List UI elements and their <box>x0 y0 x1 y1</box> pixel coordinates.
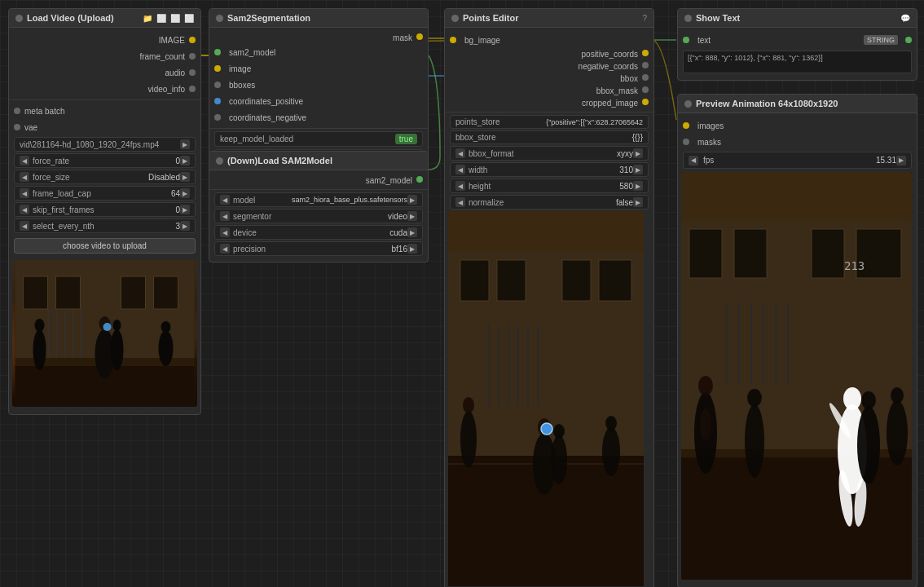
video-field-arrow[interactable]: ▶ <box>180 139 190 149</box>
conn-sam2model-out[interactable] <box>416 176 423 183</box>
preview-anim-body: images masks ◀ fps 15.31 ▶ <box>678 113 917 587</box>
preview-anim-header[interactable]: Preview Animation 64x1080x1920 <box>678 95 917 113</box>
sen-left[interactable]: ◀ <box>20 221 29 231</box>
model-left[interactable]: ◀ <box>220 195 230 205</box>
svg-rect-27 <box>599 260 631 301</box>
flc-left[interactable]: ◀ <box>20 188 29 198</box>
conn-meta-in[interactable] <box>14 108 20 114</box>
dl-sam2-body: sam2_model ◀ model sam2_hiora_base_plus.… <box>209 170 428 262</box>
prec-right[interactable]: ▶ <box>407 244 417 254</box>
load-video-node: Load Video (Upload) 📁 ⬜ ⬜ ⬜ IMAGE frame_… <box>8 8 201 415</box>
conn-IMAGE-out[interactable] <box>189 37 196 43</box>
force-size-left[interactable]: ◀ <box>20 172 29 182</box>
field-vae: vae <box>9 119 200 135</box>
fps-right[interactable]: ▶ <box>896 156 906 166</box>
normalize-field[interactable]: ◀ normalize false ▶ <box>450 195 649 210</box>
points-editor-header[interactable]: Points Editor ? <box>445 9 653 28</box>
svg-point-20 <box>103 323 112 331</box>
port-text-in: text STRING <box>678 32 917 48</box>
choose-video-button[interactable]: choose video to upload <box>14 238 196 254</box>
load-video-header[interactable]: Load Video (Upload) 📁 ⬜ ⬜ ⬜ <box>9 9 200 28</box>
conn-frame-count-out[interactable] <box>189 53 196 60</box>
sam2-seg-title: Sam2Segmentation <box>227 13 421 23</box>
prec-left[interactable]: ◀ <box>220 244 230 254</box>
conn-text-in[interactable] <box>683 37 689 43</box>
conn-coords-neg-in[interactable] <box>214 114 221 121</box>
model-right[interactable]: ▶ <box>407 195 417 205</box>
w-left[interactable]: ◀ <box>455 165 465 174</box>
select-every-nth-field[interactable]: ◀ select_every_nth 3 ▶ <box>14 218 196 233</box>
svg-rect-4 <box>121 276 146 309</box>
show-text-header[interactable]: Show Text 💬 <box>678 9 917 28</box>
conn-masks-in[interactable] <box>683 139 689 145</box>
w-right[interactable]: ▶ <box>633 165 643 174</box>
sff-left[interactable]: ◀ <box>20 205 29 214</box>
force-rate-field[interactable]: ◀ force_rate 0 ▶ <box>14 153 196 168</box>
svg-rect-7 <box>56 309 58 358</box>
conn-bbox-out[interactable] <box>642 74 649 81</box>
points-canvas[interactable] <box>448 211 644 586</box>
force-size-field[interactable]: ◀ force_size Disabled ▶ <box>14 170 196 184</box>
fps-left[interactable]: ◀ <box>689 156 698 166</box>
points-store-field[interactable]: points_store {"positive":[{"x":628.27065… <box>450 115 649 129</box>
bbox-format-field[interactable]: ◀ bbox_format xyxy ▶ <box>450 146 649 161</box>
conn-sam2model-in[interactable] <box>214 49 221 55</box>
conn-neg-coords-out[interactable] <box>642 62 649 68</box>
keep-model-toggle[interactable]: true <box>395 134 417 144</box>
flc-right[interactable]: ▶ <box>180 188 190 198</box>
conn-bboxes-in[interactable] <box>214 82 221 88</box>
seg-left[interactable]: ◀ <box>220 211 230 221</box>
conn-bbox-mask-out[interactable] <box>642 86 649 93</box>
force-rate-left[interactable]: ◀ <box>20 156 29 166</box>
precision-field[interactable]: ◀ precision bf16 ▶ <box>214 241 423 256</box>
conn-text-out[interactable] <box>905 37 912 43</box>
sam2-seg-header[interactable]: Sam2Segmentation <box>209 9 428 28</box>
conn-pos-coords-out[interactable] <box>642 50 649 56</box>
dl-sam2-header[interactable]: (Down)Load SAM2Model <box>209 152 428 170</box>
force-size-right[interactable]: ▶ <box>180 172 190 182</box>
conn-bgimage-in[interactable] <box>450 37 456 43</box>
seg-right[interactable]: ▶ <box>407 211 417 221</box>
h-left[interactable]: ◀ <box>455 181 465 191</box>
download-sam2model-node: (Down)Load SAM2Model sam2_model ◀ model … <box>209 151 429 263</box>
norm-right[interactable]: ▶ <box>633 197 643 207</box>
bbf-right[interactable]: ▶ <box>633 148 643 158</box>
conn-audio-out[interactable] <box>189 69 196 76</box>
svg-rect-56 <box>775 302 777 384</box>
svg-point-12 <box>33 329 46 370</box>
model-field[interactable]: ◀ model sam2_hiora_base_plus.safetensors… <box>214 192 423 207</box>
sff-right[interactable]: ▶ <box>180 205 190 214</box>
force-rate-right[interactable]: ▶ <box>180 156 190 166</box>
node-icon-3: ⬜ <box>184 14 194 23</box>
svg-rect-5 <box>154 276 178 309</box>
conn-video-info-out[interactable] <box>189 86 196 92</box>
video-field[interactable]: vid\281164-hd_1080_1920_24fps.mp4 ▶ <box>14 137 196 152</box>
norm-left[interactable]: ◀ <box>455 197 465 207</box>
svg-rect-10 <box>81 309 82 358</box>
device-left[interactable]: ◀ <box>220 227 230 237</box>
device-right[interactable]: ▶ <box>407 227 417 237</box>
device-field[interactable]: ◀ device cuda ▶ <box>214 225 423 240</box>
h-right[interactable]: ▶ <box>633 181 643 191</box>
keep-model-loaded-field[interactable]: keep_model_loaded true <box>214 131 423 147</box>
show-text-title: Show Text <box>696 13 896 23</box>
sen-right[interactable]: ▶ <box>180 221 190 231</box>
bbox-store-field[interactable]: bbox_store {{}} <box>450 130 649 144</box>
node-canvas[interactable]: Load Video (Upload) 📁 ⬜ ⬜ ⬜ IMAGE frame_… <box>0 0 924 587</box>
conn-coords-pos-in[interactable] <box>214 98 221 104</box>
skip-first-frames-field[interactable]: ◀ skip_first_frames 0 ▶ <box>14 202 196 217</box>
conn-images-in[interactable] <box>683 122 689 129</box>
svg-rect-50 <box>812 229 844 278</box>
height-field[interactable]: ◀ height 580 ▶ <box>450 179 649 193</box>
conn-vae-in[interactable] <box>14 124 20 130</box>
conn-image-in[interactable] <box>214 65 221 72</box>
conn-cropped-img-out[interactable] <box>642 99 649 105</box>
svg-rect-2 <box>24 276 48 309</box>
fps-field[interactable]: ◀ fps 15.31 ▶ <box>683 152 912 169</box>
bbf-left[interactable]: ◀ <box>455 148 465 158</box>
svg-point-64 <box>747 389 762 407</box>
conn-mask-out[interactable] <box>416 33 423 40</box>
frame-load-cap-field[interactable]: ◀ frame_load_cap 64 ▶ <box>14 186 196 201</box>
segmentor-field[interactable]: ◀ segmentor video ▶ <box>214 209 423 223</box>
width-field[interactable]: ◀ width 310 ▶ <box>450 162 649 177</box>
